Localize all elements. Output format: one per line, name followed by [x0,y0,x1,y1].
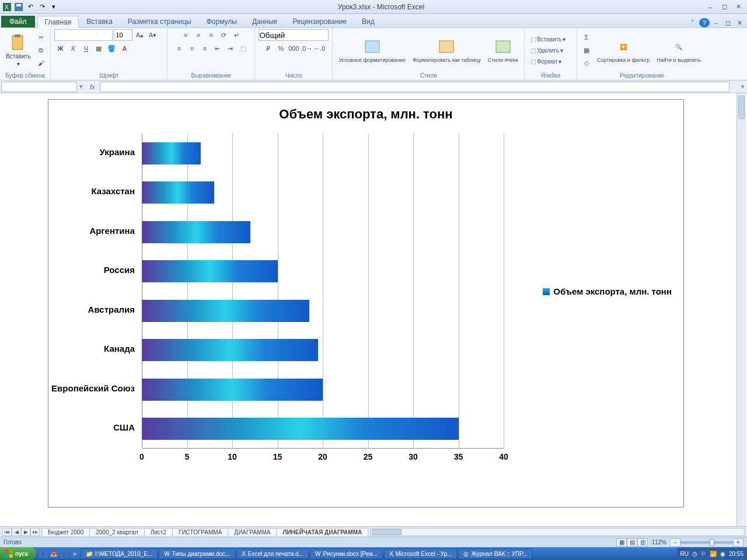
workbook-close-icon[interactable]: ✕ [734,18,745,27]
chart-bar[interactable] [142,221,250,243]
delete-cells-button[interactable]: ⬚ Удалить ▾ [528,45,568,55]
sheet-tab[interactable]: Лист2 [144,528,173,536]
zoom-level[interactable]: 112% [651,539,666,545]
merge-icon[interactable]: ⬚ [238,43,249,54]
cell-styles-button[interactable]: Стили ячеек [486,36,521,64]
workbook-max-icon[interactable]: ◻ [722,18,733,27]
align-top-icon[interactable]: ≡ [180,29,191,41]
align-center-icon[interactable]: ≡ [186,43,198,54]
find-select-button[interactable]: 🔍Найти и выделить [654,36,703,64]
align-bottom-icon[interactable]: ≡ [205,29,217,41]
chart-bar[interactable] [142,181,214,204]
taskbar-item[interactable]: XMicrosoft Excel - Ур... [384,548,457,559]
align-right-icon[interactable]: ≡ [199,43,211,54]
view-page-layout-icon[interactable]: ▤ [627,538,637,547]
font-color-icon[interactable]: A [118,43,130,54]
tab-file[interactable]: Файл [1,16,35,27]
sheet-tab[interactable]: ДИАГРАММА [228,528,277,536]
increase-font-icon[interactable]: A▴ [134,29,145,41]
language-indicator[interactable]: RU [680,551,689,557]
format-as-table-button[interactable]: Форматировать как таблицу [410,36,483,64]
maximize-button[interactable]: ◻ [718,2,731,12]
formula-input[interactable] [100,82,729,92]
tab-view[interactable]: Вид [354,15,382,27]
tab-page-layout[interactable]: Разметка страницы [120,15,199,27]
decrease-indent-icon[interactable]: ⇤ [212,43,224,54]
increase-indent-icon[interactable]: ⇥ [225,43,236,54]
comma-icon[interactable]: 000 [288,43,299,54]
sheet-nav-next-icon[interactable]: ▶ [21,528,30,536]
taskbar-item[interactable]: 📁I:\МЕТОДА_2010_E... [81,548,158,559]
sheet-tab[interactable]: 2000_2 квартал [89,528,145,536]
tray-icon-1[interactable]: ◷ [692,551,697,557]
insert-cells-button[interactable]: ⬚ Вставить ▾ [528,34,568,44]
close-button[interactable]: ✕ [732,2,745,12]
wrap-text-icon[interactable]: ↵ [231,29,243,41]
chart-bar[interactable] [142,339,318,361]
zoom-slider[interactable] [680,541,733,544]
name-box[interactable] [1,82,77,92]
show-desktop-icon[interactable]: » [70,549,79,558]
fx-icon[interactable]: fx [85,83,100,90]
firefox-icon[interactable]: 🦊 [49,549,58,558]
align-left-icon[interactable]: ≡ [173,43,185,54]
conditional-formatting-button[interactable]: Условное форматирование [336,36,408,64]
font-size-input[interactable] [114,29,132,41]
sheet-tab[interactable]: ЛИНЕЙЧАТАЯ ДИАГРАММА [276,528,368,536]
increase-decimal-icon[interactable]: .0→ [301,43,312,54]
tray-icon-2[interactable]: ⚐ [701,551,706,557]
tab-review[interactable]: Рецензирование [285,15,354,27]
tab-data[interactable]: Данные [245,15,285,27]
align-middle-icon[interactable]: ≡ [193,29,204,41]
format-cells-button[interactable]: ⬚ Формат ▾ [528,56,568,66]
cut-icon[interactable]: ✂ [35,32,47,43]
decrease-font-icon[interactable]: A▾ [146,29,158,41]
chart-bar[interactable] [142,418,459,440]
paste-button[interactable]: Вставить▾ [4,32,33,68]
ribbon-minimize-icon[interactable]: ˄ [687,18,698,27]
fill-color-icon[interactable]: 🪣 [106,43,117,54]
redo-icon[interactable]: ↷ [37,2,47,12]
taskbar-item[interactable]: WТипы диаграмм.doc... [159,548,235,559]
chrome-icon[interactable]: ◎ [60,549,69,558]
chart-bar[interactable] [142,300,309,322]
copy-icon[interactable]: ⧉ [35,44,47,56]
clock[interactable]: 20:55 [729,551,743,557]
workbook-min-icon[interactable]: – [711,18,721,27]
minimize-button[interactable]: – [704,2,717,12]
sheet-tab[interactable]: Бюджет 2000 [41,528,90,536]
chart-bar[interactable] [142,142,201,164]
ie-icon[interactable]: e [39,549,48,558]
sheet-nav-first-icon[interactable]: ⏮ [2,528,12,536]
chart-object[interactable]: Объем экспорта, млн. тонн 05101520253035… [48,99,684,508]
view-page-break-icon[interactable]: ▥ [637,538,648,547]
view-normal-icon[interactable]: ▦ [616,538,627,547]
sheet-nav-prev-icon[interactable]: ◀ [12,528,21,536]
font-name-input[interactable] [54,29,113,41]
tab-home[interactable]: Главная [37,16,79,28]
bold-button[interactable]: Ж [54,43,66,54]
start-button[interactable]: пуск [0,547,36,560]
qat-dropdown-icon[interactable]: ▾ [49,2,58,12]
tab-insert[interactable]: Вставка [79,15,120,27]
horizontal-scrollbar[interactable] [371,528,745,536]
fill-icon[interactable]: ▦ [581,44,592,56]
tray-icon-3[interactable]: 📶 [710,551,717,557]
sheet-nav-last-icon[interactable]: ⏭ [30,528,40,536]
sort-filter-button[interactable]: 🔽Сортировка и фильтр [595,36,652,64]
namebox-dropdown-icon[interactable]: ▾ [77,83,85,90]
tab-formulas[interactable]: Формулы [199,15,245,27]
number-format-select[interactable] [259,29,329,41]
taskbar-item[interactable]: XExcel для печати.d... [236,548,309,559]
format-painter-icon[interactable]: 🖌 [35,57,47,69]
chart-bar[interactable] [142,379,323,401]
save-icon[interactable] [14,2,23,12]
clear-icon[interactable]: ◇ [581,57,592,69]
border-icon[interactable]: ▦ [93,43,104,54]
vertical-scrollbar[interactable] [736,93,746,526]
italic-button[interactable]: К [67,43,79,54]
zoom-out-button[interactable]: – [670,538,680,547]
taskbar-item[interactable]: WРисунки.docx [Реж... [310,548,383,559]
undo-icon[interactable]: ↶ [26,2,35,12]
sheet-tab[interactable]: ГИСТОГРАММА [172,528,228,536]
